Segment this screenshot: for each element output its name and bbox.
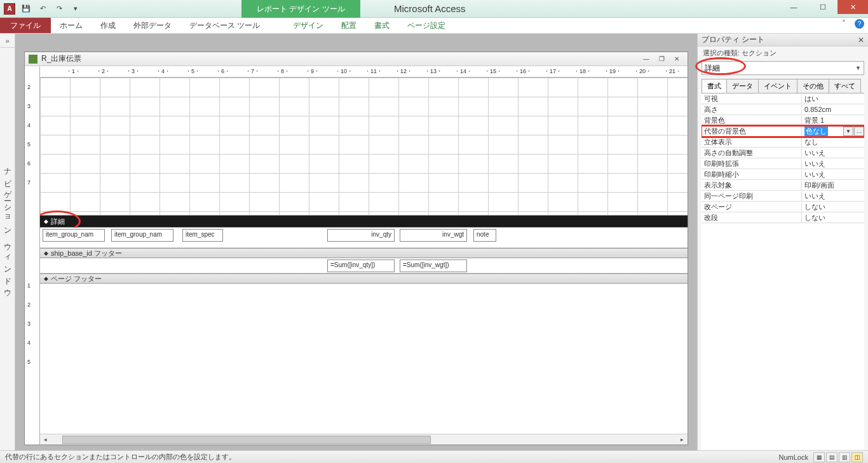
- property-tab-4[interactable]: すべて: [829, 79, 861, 93]
- property-value[interactable]: 色なし▼…: [802, 127, 864, 136]
- nav-pane-label[interactable]: ナビゲーション ウィンドウ: [2, 162, 13, 295]
- property-value[interactable]: 0.852cm: [802, 106, 864, 113]
- property-value[interactable]: いいえ: [802, 170, 864, 179]
- report-icon: [29, 55, 37, 64]
- property-row[interactable]: 代替の背景色色なし▼…: [702, 126, 864, 137]
- maximize-button[interactable]: ☐: [808, 0, 837, 14]
- property-row[interactable]: 高さの自動調整いいえ: [702, 148, 864, 158]
- tab-page-setup[interactable]: ページ設定: [398, 18, 454, 33]
- horizontal-ruler: ・1・・2・・3・・4・・5・・6・・7・・8・・9・・10・・11・・12・・…: [40, 66, 688, 78]
- redo-icon[interactable]: ↷: [52, 2, 66, 16]
- field-inv-wgt[interactable]: inv_wgt: [400, 229, 467, 242]
- property-value[interactable]: 印刷/画面: [802, 181, 864, 190]
- window-controls: — ☐ ✕: [779, 0, 868, 14]
- property-value[interactable]: いいえ: [802, 148, 864, 158]
- property-sheet-type-label: 選択の種類: セクション: [698, 46, 868, 60]
- property-value[interactable]: はい: [802, 94, 864, 104]
- qat-dropdown-icon[interactable]: ▾: [69, 2, 83, 16]
- property-row[interactable]: 同一ページ印刷いいえ: [702, 191, 864, 202]
- view-layout-button[interactable]: ▥: [839, 452, 850, 462]
- ribbon-tabs: ファイル ホーム 作成 外部データ データベース ツール デザイン 配置 書式 …: [0, 18, 868, 34]
- property-row[interactable]: 改ページしない: [702, 202, 864, 212]
- tab-arrange[interactable]: 配置: [332, 18, 365, 33]
- property-row[interactable]: 高さ0.852cm: [702, 104, 864, 115]
- field-item-spec[interactable]: item_spec: [182, 229, 223, 242]
- section-band-page-footer[interactable]: ◆ ページ フッター: [40, 273, 688, 284]
- property-row[interactable]: 印刷時縮小いいえ: [702, 169, 864, 180]
- tab-create[interactable]: 作成: [92, 18, 125, 33]
- property-tab-1[interactable]: データ: [726, 79, 759, 93]
- tab-database-tools[interactable]: データベース ツール: [180, 18, 269, 33]
- dropdown-button[interactable]: ▼: [843, 127, 853, 136]
- field-item-group-nam-1[interactable]: item_group_nam: [43, 229, 105, 242]
- property-key: 高さ: [702, 105, 802, 114]
- doc-close-button[interactable]: ✕: [670, 54, 684, 64]
- view-report-button[interactable]: ▦: [813, 452, 825, 462]
- design-body: ・1・・2・・3・・4・・5・・6・・7・・8・・9・・10・・11・・12・・…: [40, 66, 688, 445]
- help-icon[interactable]: ?: [855, 19, 864, 29]
- close-button[interactable]: ✕: [837, 0, 868, 14]
- property-value[interactable]: いいえ: [802, 191, 864, 201]
- section-marker-icon: ◆: [44, 250, 48, 256]
- property-value[interactable]: いいえ: [802, 159, 864, 169]
- tab-file[interactable]: ファイル: [0, 18, 51, 33]
- page-footer-area[interactable]: [40, 284, 688, 379]
- section-band-detail[interactable]: ◆ 詳細: [40, 215, 688, 228]
- field-sum-inv-wgt[interactable]: =Sum([inv_wgt]): [400, 259, 467, 272]
- minimize-button[interactable]: —: [779, 0, 808, 14]
- group-footer-fields-row[interactable]: =Sum([inv_qty]) =Sum([inv_wgt]): [40, 258, 688, 273]
- detail-fields-row[interactable]: item_group_nam item_group_nam item_spec …: [40, 228, 688, 248]
- property-sheet-object-selector[interactable]: 詳細 ▼: [702, 61, 864, 75]
- tab-external-data[interactable]: 外部データ: [125, 18, 180, 33]
- builder-button[interactable]: …: [854, 127, 864, 136]
- property-row[interactable]: 改段しない: [702, 212, 864, 223]
- scrollbar-thumb[interactable]: [62, 436, 431, 444]
- field-item-group-nam-2[interactable]: item_group_nam: [111, 229, 173, 242]
- property-tab-0[interactable]: 書式: [702, 79, 727, 93]
- field-inv-qty[interactable]: inv_qty: [327, 229, 395, 242]
- section-marker-icon: ◆: [44, 275, 48, 282]
- section-band-group-footer[interactable]: ◆ ship_base_id フッター: [40, 248, 688, 258]
- property-value-text: しない: [804, 213, 825, 223]
- doc-minimize-button[interactable]: —: [639, 54, 653, 64]
- doc-restore-button[interactable]: ❐: [654, 54, 668, 64]
- property-tab-2[interactable]: イベント: [758, 79, 797, 93]
- status-message: 代替の行にあるセクションまたはコントロールの内部の色を設定します。: [5, 452, 779, 462]
- view-print-button[interactable]: ▤: [826, 452, 837, 462]
- view-buttons: ▦ ▤ ▥ ◫: [813, 452, 863, 462]
- scroll-right-icon[interactable]: ▸: [677, 434, 688, 445]
- property-value[interactable]: しない: [802, 213, 864, 223]
- property-sheet-object-selector-wrap: 詳細 ▼: [698, 60, 868, 79]
- header-grid-area[interactable]: [40, 78, 688, 215]
- tab-home[interactable]: ホーム: [51, 18, 92, 33]
- property-row[interactable]: 立体表示なし: [702, 137, 864, 148]
- tab-format[interactable]: 書式: [365, 18, 398, 33]
- app-icon: A: [4, 3, 15, 15]
- property-key: 印刷時縮小: [702, 170, 802, 179]
- property-sheet-close-icon[interactable]: ✕: [858, 36, 864, 45]
- scroll-left-icon[interactable]: ◂: [40, 434, 51, 445]
- save-icon[interactable]: 💾: [19, 2, 33, 16]
- view-design-button[interactable]: ◫: [851, 452, 863, 462]
- property-key: 印刷時拡張: [702, 159, 802, 169]
- field-sum-inv-qty[interactable]: =Sum([inv_qty]): [327, 259, 395, 272]
- property-row[interactable]: 印刷時拡張いいえ: [702, 158, 864, 169]
- property-row[interactable]: 背景色背景 1: [702, 115, 864, 126]
- navigation-pane-collapsed: » ナビゲーション ウィンドウ: [0, 34, 15, 450]
- document-title: R_出庫伝票: [41, 53, 638, 64]
- nav-expand-button[interactable]: »: [0, 34, 15, 48]
- property-tab-3[interactable]: その他: [797, 79, 829, 93]
- property-row[interactable]: 表示対象印刷/画面: [702, 180, 864, 191]
- status-bar: 代替の行にあるセクションまたはコントロールの内部の色を設定します。 NumLoc…: [0, 450, 868, 463]
- undo-icon[interactable]: ↶: [36, 2, 50, 16]
- property-value[interactable]: なし: [802, 137, 864, 147]
- property-value[interactable]: しない: [802, 202, 864, 212]
- property-row[interactable]: 可視はい: [702, 93, 864, 104]
- tab-design[interactable]: デザイン: [284, 18, 332, 33]
- field-note[interactable]: note: [473, 229, 496, 242]
- document-titlebar: R_出庫伝票 — ❐ ✕: [25, 52, 688, 66]
- ribbon-minimize-icon[interactable]: ˄: [838, 18, 850, 29]
- horizontal-scrollbar[interactable]: ◂ ▸: [40, 434, 688, 445]
- property-key: 改ページ: [702, 202, 802, 212]
- property-value[interactable]: 背景 1: [802, 116, 864, 125]
